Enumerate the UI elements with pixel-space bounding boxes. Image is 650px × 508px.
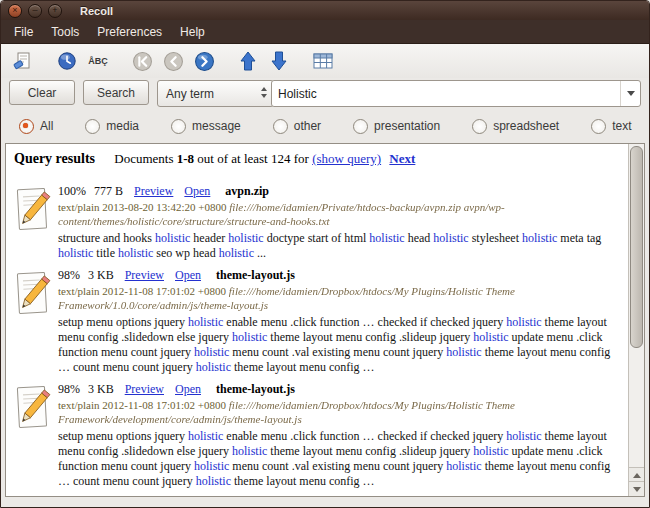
open-link[interactable]: Open	[175, 268, 201, 282]
filter-spreadsheet[interactable]: spreadsheet	[472, 119, 559, 134]
result-title-line: 100% 777 B Preview Open avpn.zip	[58, 184, 625, 199]
result-table-button[interactable]	[309, 48, 337, 74]
result-title-line: 98% 3 KB Preview Open theme-layout.js	[58, 382, 625, 397]
maximize-button[interactable]	[48, 4, 62, 18]
open-link[interactable]: Open	[175, 382, 201, 396]
window-title: Recoll	[80, 5, 113, 17]
result-snippet: setup menu options jquery holistic enabl…	[58, 429, 625, 489]
filter-label: other	[294, 119, 321, 133]
scroll-down-button[interactable]	[629, 481, 644, 496]
filter-label: spreadsheet	[493, 119, 559, 133]
preview-link[interactable]: Preview	[125, 268, 164, 282]
relevance-percent: 98%	[58, 268, 80, 282]
preview-link[interactable]: Preview	[125, 382, 164, 396]
search-input[interactable]	[272, 87, 620, 101]
highlighted-term: holistic	[194, 459, 229, 473]
document-icon	[14, 382, 58, 489]
result-filename: theme-layout.js	[216, 268, 295, 282]
result-filename: theme-layout.js	[216, 382, 295, 396]
sort-date-asc-icon	[238, 50, 258, 72]
radio-icon[interactable]	[171, 119, 186, 134]
highlighted-term: holistic	[506, 315, 541, 329]
file-size: 3 KB	[88, 382, 114, 396]
erase-search-icon	[13, 51, 33, 71]
search-mode-value: Any term	[166, 87, 214, 101]
next-page-link[interactable]: Next	[389, 151, 415, 166]
file-size: 3 KB	[88, 268, 114, 282]
sort-date-asc-button[interactable]	[234, 48, 262, 74]
result-meta-line: text/plain 2013-08-20 13:42:20 +0800 fil…	[58, 200, 625, 228]
highlighted-term: holistic	[506, 429, 541, 443]
menubar: File Tools Preferences Help	[1, 20, 649, 44]
clear-button[interactable]: Clear	[9, 80, 75, 105]
open-link[interactable]: Open	[184, 184, 210, 198]
menu-tools[interactable]: Tools	[42, 22, 88, 42]
result-item[interactable]: 100% 777 B Preview Open avpn.zip text/pl…	[14, 184, 625, 261]
show-query-link[interactable]: (show query)	[312, 151, 381, 166]
scrollbar-thumb[interactable]	[630, 146, 643, 348]
query-dropdown-button[interactable]	[620, 81, 640, 106]
result-body: 100% 777 B Preview Open avpn.zip text/pl…	[58, 184, 625, 261]
sort-date-desc-icon	[269, 50, 289, 72]
document-history-icon	[57, 51, 77, 71]
prev-page-button[interactable]	[159, 48, 187, 74]
menu-preferences[interactable]: Preferences	[88, 22, 171, 42]
first-page-button[interactable]	[128, 48, 156, 74]
documents-label: Documents	[114, 151, 173, 166]
term-explorer-button[interactable]: ÅBÇ	[84, 48, 112, 74]
scroll-up-button[interactable]	[629, 467, 644, 482]
minimize-button[interactable]	[28, 4, 42, 18]
filter-message[interactable]: message	[171, 119, 241, 134]
highlighted-term: holistic	[219, 246, 254, 260]
filter-other[interactable]: other	[273, 119, 321, 134]
highlighted-term: holistic	[369, 231, 404, 245]
highlighted-term: holistic	[232, 444, 267, 458]
document-history-button[interactable]	[53, 48, 81, 74]
highlighted-term: holistic	[194, 345, 229, 359]
query-combobox	[271, 80, 641, 107]
filter-presentation[interactable]: presentation	[353, 119, 440, 134]
erase-search-button[interactable]	[9, 48, 37, 74]
results-panel: Query results Documents 1-8 out of at le…	[5, 143, 645, 497]
highlighted-term: holistic	[522, 231, 557, 245]
radio-icon[interactable]	[472, 119, 487, 134]
preview-link[interactable]: Preview	[134, 184, 173, 198]
spellcheck-icon: ÅBÇ	[88, 56, 108, 66]
first-page-icon	[132, 51, 153, 72]
search-button[interactable]: Search	[83, 80, 149, 105]
menu-help[interactable]: Help	[171, 22, 214, 42]
result-snippet: structure and hooks holistic header holi…	[58, 231, 625, 261]
result-meta-line: text/plain 2012-11-08 17:01:02 +0800 fil…	[58, 398, 625, 426]
documents-range: 1-8	[177, 151, 194, 166]
radio-icon[interactable]	[85, 119, 100, 134]
document-icon	[14, 184, 58, 261]
mime-and-date: text/plain 2012-11-08 17:01:02 +0800	[58, 399, 226, 411]
result-item[interactable]: 98% 3 KB Preview Open theme-layout.js te…	[14, 382, 625, 489]
filter-label: media	[106, 119, 139, 133]
search-bar: Clear Search Any term	[1, 80, 649, 107]
radio-icon[interactable]	[591, 119, 606, 134]
vertical-scrollbar[interactable]	[628, 144, 644, 496]
recoll-window: Recoll File Tools Preferences Help ÅBÇ	[0, 0, 650, 508]
radio-icon[interactable]	[273, 119, 288, 134]
close-button[interactable]	[8, 4, 22, 18]
highlighted-term: holistic	[232, 330, 267, 344]
sort-date-desc-button[interactable]	[265, 48, 293, 74]
results-title: Query results	[14, 151, 95, 166]
results-header: Query results Documents 1-8 out of at le…	[14, 151, 625, 167]
document-icon	[14, 268, 58, 375]
results-list: 100% 777 B Preview Open avpn.zip text/pl…	[14, 184, 625, 489]
filter-text[interactable]: text	[591, 119, 631, 134]
radio-icon[interactable]	[353, 119, 368, 134]
highlighted-term: holistic	[196, 360, 231, 374]
filter-all[interactable]: All	[19, 119, 53, 134]
next-page-button[interactable]	[190, 48, 218, 74]
search-mode-select[interactable]: Any term	[157, 80, 274, 107]
highlighted-term: holistic	[118, 246, 153, 260]
highlighted-term: holistic	[188, 315, 223, 329]
filter-media[interactable]: media	[85, 119, 139, 134]
radio-icon[interactable]	[19, 119, 34, 134]
documents-count-text: out of at least 124 for	[197, 151, 309, 166]
menu-file[interactable]: File	[5, 22, 42, 42]
result-item[interactable]: 98% 3 KB Preview Open theme-layout.js te…	[14, 268, 625, 375]
